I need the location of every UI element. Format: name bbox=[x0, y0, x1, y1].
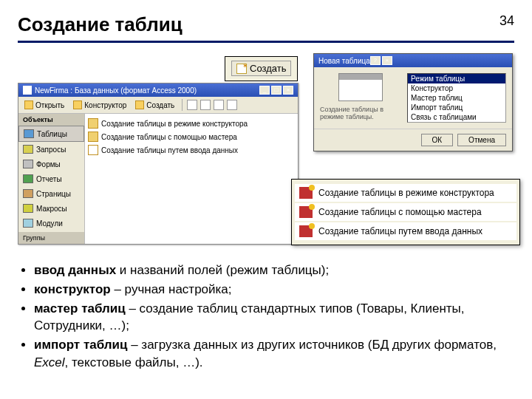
nt-list-item[interactable]: Мастер таблиц bbox=[408, 93, 505, 103]
create-button[interactable]: Создать bbox=[231, 61, 291, 76]
nt-list-item[interactable]: Импорт таблиц bbox=[408, 103, 505, 112]
new-table-dialog: Новая таблица ? × Создание таблицы в реж… bbox=[313, 53, 513, 151]
wizard-icon bbox=[299, 225, 313, 237]
cancel-button[interactable]: Отмена bbox=[457, 134, 506, 146]
sidebar-item-forms[interactable]: Формы bbox=[18, 157, 84, 171]
main-item[interactable]: Создание таблицы путем ввода данных bbox=[88, 143, 295, 157]
view-list-icon[interactable] bbox=[200, 100, 211, 110]
db-title: NewFirma : База данных (формат Access 20… bbox=[35, 86, 197, 95]
db-titlebar: NewFirma : База данных (формат Access 20… bbox=[18, 83, 298, 97]
maximize-icon[interactable]: □ bbox=[271, 86, 282, 95]
wizard-icon bbox=[88, 145, 98, 155]
slide-title: Создание таблиц bbox=[0, 0, 532, 41]
new-icon bbox=[236, 64, 247, 74]
bullet-item: ввод данных и названий полей (режим табл… bbox=[34, 262, 511, 279]
zoom-callout: Создание таблицы в режиме конструктора С… bbox=[291, 179, 520, 245]
page-icon bbox=[23, 189, 33, 198]
query-icon bbox=[23, 145, 33, 154]
db-main-pane: Создание таблицы в режиме конструктора С… bbox=[85, 114, 298, 244]
nt-title: Новая таблица bbox=[318, 57, 370, 65]
wizard-icon bbox=[88, 118, 98, 129]
wizard-icon bbox=[299, 206, 313, 218]
wizard-icon bbox=[299, 187, 313, 199]
sidebar-item-pages[interactable]: Страницы bbox=[18, 186, 84, 201]
report-icon bbox=[23, 174, 33, 183]
nt-titlebar: Новая таблица ? × bbox=[314, 54, 512, 67]
create-icon bbox=[135, 100, 144, 109]
wizard-icon bbox=[88, 132, 98, 142]
bullet-item: мастер таблиц – создание таблиц стандарт… bbox=[34, 300, 511, 335]
db-icon bbox=[23, 86, 32, 95]
module-icon bbox=[23, 219, 33, 228]
sidebar-item-tables[interactable]: Таблицы bbox=[18, 126, 84, 142]
sidebar-item-macros[interactable]: Макросы bbox=[18, 201, 84, 216]
main-item[interactable]: Создание таблицы с помощью мастера bbox=[88, 130, 295, 143]
db-sidebar: Объекты Таблицы Запросы Формы Отчеты Стр… bbox=[18, 114, 85, 244]
bullet-list: ввод данных и названий полей (режим табл… bbox=[0, 253, 532, 372]
form-icon bbox=[23, 160, 33, 168]
nt-preview-text: Создание таблицы в режиме таблицы. bbox=[320, 106, 401, 120]
help-icon[interactable]: ? bbox=[370, 56, 381, 65]
sidebar-item-queries[interactable]: Запросы bbox=[18, 142, 84, 157]
minimize-icon[interactable]: _ bbox=[259, 86, 270, 95]
close-icon[interactable]: × bbox=[283, 86, 293, 95]
screenshot-stage: Создать NewFirma : База данных (формат A… bbox=[18, 53, 514, 253]
zoom-row[interactable]: Создание таблицы в режиме конструктора bbox=[295, 184, 516, 202]
title-underline bbox=[18, 41, 514, 43]
view-small-icon[interactable] bbox=[187, 100, 197, 110]
close-icon[interactable]: × bbox=[382, 56, 392, 65]
sidebar-item-modules[interactable]: Модули bbox=[18, 216, 84, 231]
toolbar-open-button[interactable]: Открыть bbox=[21, 99, 67, 111]
create-button-callout: Создать bbox=[225, 56, 298, 81]
design-icon bbox=[73, 100, 82, 109]
table-icon bbox=[24, 129, 34, 138]
slide-number: 34 bbox=[499, 13, 514, 29]
toolbar-separator bbox=[182, 99, 183, 111]
macro-icon bbox=[23, 204, 33, 213]
bullet-item: импорт таблиц – загрузка данных из други… bbox=[34, 336, 511, 372]
zoom-row[interactable]: Создание таблицы с помощью мастера bbox=[295, 203, 516, 221]
nt-list-item[interactable]: Конструктор bbox=[408, 83, 505, 93]
toolbar-design-button[interactable]: Конструктор bbox=[70, 99, 129, 111]
ok-button[interactable]: ОК bbox=[421, 134, 454, 146]
main-item[interactable]: Создание таблицы в режиме конструктора bbox=[88, 117, 295, 130]
open-icon bbox=[24, 100, 33, 109]
sidebar-groups[interactable]: Группы bbox=[18, 232, 84, 244]
db-toolbar: Открыть Конструктор Создать bbox=[18, 97, 298, 114]
nt-preview-icon bbox=[338, 73, 383, 101]
zoom-row[interactable]: Создание таблицы путем ввода данных bbox=[295, 222, 516, 240]
bullet-item: конструктор – ручная настройка; bbox=[34, 281, 511, 299]
sidebar-item-reports[interactable]: Отчеты bbox=[18, 171, 84, 186]
create-button-label: Создать bbox=[250, 63, 286, 74]
sidebar-heading: Объекты bbox=[18, 114, 84, 126]
view-detail-icon[interactable] bbox=[214, 100, 224, 110]
nt-list-item[interactable]: Связь с таблицами bbox=[408, 112, 505, 122]
database-window: NewFirma : База данных (формат Access 20… bbox=[18, 83, 299, 245]
toolbar-create-button[interactable]: Создать bbox=[132, 99, 177, 111]
view-large-icon[interactable] bbox=[227, 100, 237, 110]
nt-mode-list[interactable]: Режим таблицы Конструктор Мастер таблиц … bbox=[407, 73, 506, 123]
nt-preview: Создание таблицы в режиме таблицы. bbox=[320, 73, 401, 123]
nt-list-item[interactable]: Режим таблицы bbox=[408, 74, 505, 83]
